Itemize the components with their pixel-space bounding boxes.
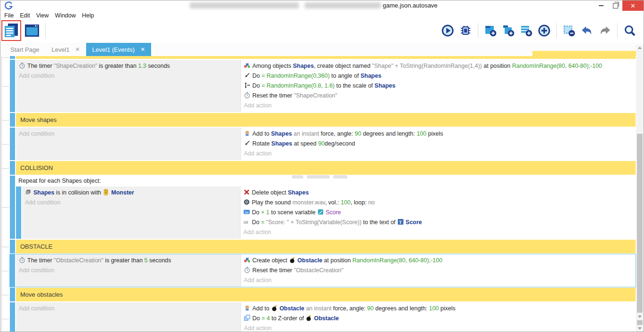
debug-button[interactable]: [459, 24, 473, 38]
add-condition-placeholder[interactable]: Add condition: [19, 129, 239, 139]
event-handle[interactable]: [10, 288, 15, 301]
text-segment: is in collision with: [54, 189, 103, 196]
tree-connector: [1, 319, 9, 319]
play-button[interactable]: [441, 24, 455, 38]
undo-button[interactable]: [580, 24, 594, 38]
restore-button[interactable]: [608, 0, 622, 11]
event-handle[interactable]: [10, 128, 15, 160]
group-header[interactable]: OBSTACLE: [16, 240, 636, 253]
text-segment: , vol.:: [325, 199, 340, 206]
action-line[interactable]: Reset the timer "ShapeCreation": [244, 91, 633, 101]
action-line[interactable]: VarDo + 1 to scene variable Score: [243, 208, 633, 218]
conditions-column: The timer "ObstacleCreation" is greater …: [16, 254, 241, 287]
sub-event-handle[interactable]: [16, 186, 21, 239]
conditions-column: Add condition: [16, 128, 241, 160]
obstacle-icon: [289, 257, 296, 263]
tab-close-icon[interactable]: ✕: [75, 46, 80, 53]
secondary-scrollbar-thumb[interactable]: [637, 320, 643, 325]
event-handle[interactable]: [10, 240, 15, 253]
action-line[interactable]: txtDo = "Score: " + ToString(Variable(Sc…: [243, 218, 633, 227]
text-segment: Reset the timer: [252, 267, 294, 274]
event-handle[interactable]: [10, 302, 15, 332]
events-editor-button[interactable]: [2, 21, 20, 40]
event-handle[interactable]: [10, 161, 15, 175]
secondary-scrollbar-down-arrow[interactable]: [638, 327, 642, 330]
menu-item-help[interactable]: Help: [82, 12, 94, 19]
text-segment: RandomInRange(80, 640-80);-100: [512, 63, 602, 69]
text-segment: Obstacle: [298, 257, 322, 264]
redo-button[interactable]: [598, 24, 612, 38]
action-line[interactable]: Do = RandomInRange(0.8, 1.6) to the scal…: [244, 81, 633, 91]
tab-close-icon[interactable]: ✕: [140, 46, 145, 53]
tree-connector: [1, 168, 9, 169]
group-header[interactable]: COLLISION: [16, 161, 636, 175]
action-line[interactable]: Delete object Shapes: [243, 188, 633, 198]
add-instruction-button[interactable]: [537, 24, 551, 38]
add-comment-event-button[interactable]: [519, 24, 533, 38]
text-segment: 100: [417, 130, 427, 137]
vertical-scrollbar[interactable]: [636, 45, 644, 332]
action-line[interactable]: Add to Shapes an instant force, angle: 9…: [244, 129, 633, 139]
menu-item-window[interactable]: Window: [55, 12, 76, 19]
scene-editor-button[interactable]: [23, 21, 41, 40]
action-line[interactable]: Reset the timer "ObstacleCreation": [244, 266, 633, 275]
text-segment: pixels: [427, 130, 443, 137]
toolbar-separator: [556, 23, 557, 38]
text-segment: Reset the timer: [252, 92, 294, 99]
action-line[interactable]: Add to Obstacle an instant force, angle:…: [244, 304, 633, 314]
search-button[interactable]: [623, 24, 637, 38]
group-header[interactable]: Move obstacles: [16, 288, 636, 301]
text-segment: 90: [367, 305, 374, 312]
action-line[interactable]: Play the sound monster.wav, vol.: 100, l…: [243, 198, 633, 208]
tree-connector: [1, 207, 9, 208]
scrollbar-thumb[interactable]: [637, 134, 643, 313]
action-line[interactable]: Create object Obstacle at position Rando…: [244, 256, 633, 266]
tab-level1[interactable]: Level1✕: [45, 43, 86, 56]
add-condition-placeholder[interactable]: Add condition: [19, 71, 239, 81]
tab-level1-events-[interactable]: Level1 (Events)✕: [86, 43, 151, 56]
condition-line[interactable]: Shapes is in collision with Monster: [25, 188, 238, 198]
add-subevent-button[interactable]: [501, 24, 515, 38]
delete-event-button[interactable]: [562, 24, 576, 38]
event-handle[interactable]: [10, 113, 15, 127]
text-segment: monster.wav: [292, 199, 325, 206]
menu-item-view[interactable]: View: [36, 12, 49, 19]
close-button[interactable]: ✕: [622, 0, 644, 11]
group-header[interactable]: Move shapes: [16, 113, 636, 127]
add-action-placeholder[interactable]: Add action: [243, 227, 633, 237]
scrollbar-down-arrow[interactable]: [638, 316, 642, 318]
add-action-placeholder[interactable]: Add action: [244, 101, 633, 111]
condition-line[interactable]: The timer "ShapeCreation" is greater tha…: [19, 61, 239, 71]
event-handle[interactable]: [10, 254, 15, 287]
text-segment: at position: [322, 257, 353, 264]
add-condition-placeholder[interactable]: Add condition: [19, 266, 239, 275]
add-condition-placeholder[interactable]: Add condition: [19, 304, 239, 314]
tab-start-page[interactable]: Start Page: [4, 43, 45, 56]
text-segment: to angle of: [330, 73, 360, 79]
timer-icon: [19, 62, 25, 69]
window-title: game.json.autosave: [383, 2, 437, 9]
event-handle[interactable]: [10, 56, 15, 59]
add-event-button[interactable]: [483, 24, 498, 38]
add-condition-placeholder[interactable]: Add condition: [25, 198, 238, 208]
condition-line[interactable]: The timer "ObstacleCreation" is greater …: [19, 256, 239, 266]
menu-item-edit[interactable]: Edit: [20, 12, 30, 19]
group-row: Move shapes: [10, 113, 636, 127]
text-segment: Shapes: [293, 63, 314, 69]
minimize-button[interactable]: [594, 0, 608, 11]
tab-label: Level1: [51, 46, 69, 53]
add-action-placeholder[interactable]: Add action: [244, 324, 633, 332]
action-line[interactable]: Do = 4 to Z-order of Obstacle: [244, 314, 633, 324]
action-line[interactable]: Rotate Shapes at speed 90deg/second: [244, 139, 633, 149]
text-segment: Do: [252, 315, 261, 322]
scrollbar-up-arrow[interactable]: [638, 47, 642, 49]
menu-item-file[interactable]: File: [4, 12, 14, 19]
text-segment: to Z-order of: [270, 315, 306, 322]
add-action-placeholder[interactable]: Add action: [244, 149, 633, 159]
action-line[interactable]: Among objects Shapes, create object name…: [244, 61, 633, 71]
action-line[interactable]: Do = RandomInRange(0,360) to angle of Sh…: [244, 71, 633, 81]
event-hover-buttons[interactable]: [292, 175, 347, 178]
add-action-placeholder[interactable]: Add action: [244, 275, 633, 285]
event-handle[interactable]: [10, 176, 15, 239]
event-handle[interactable]: [10, 60, 15, 112]
